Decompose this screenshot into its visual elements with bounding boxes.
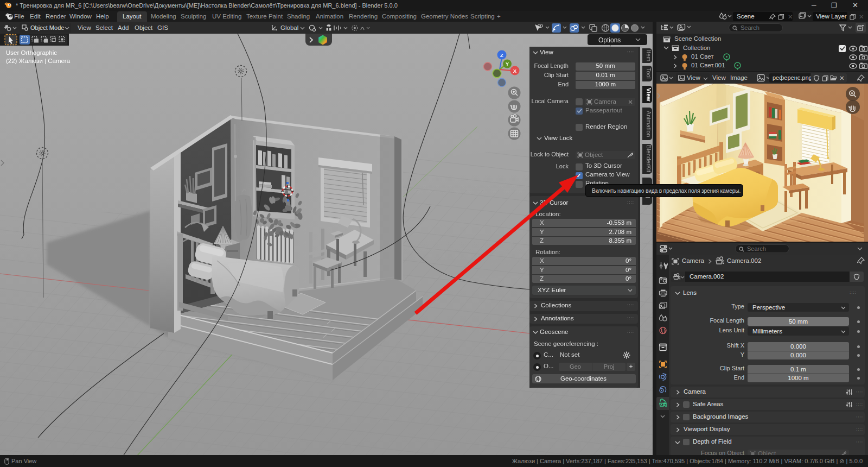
- svg-text:User Orthographic: User Orthographic: [6, 49, 57, 56]
- svg-text:Y: Y: [506, 61, 509, 67]
- svg-text:X: X: [513, 68, 517, 74]
- svg-text:(22) Жалюзи | Camera: (22) Жалюзи | Camera: [6, 58, 71, 64]
- svg-text:Z: Z: [500, 52, 503, 58]
- svg-text:Options: Options: [598, 36, 621, 44]
